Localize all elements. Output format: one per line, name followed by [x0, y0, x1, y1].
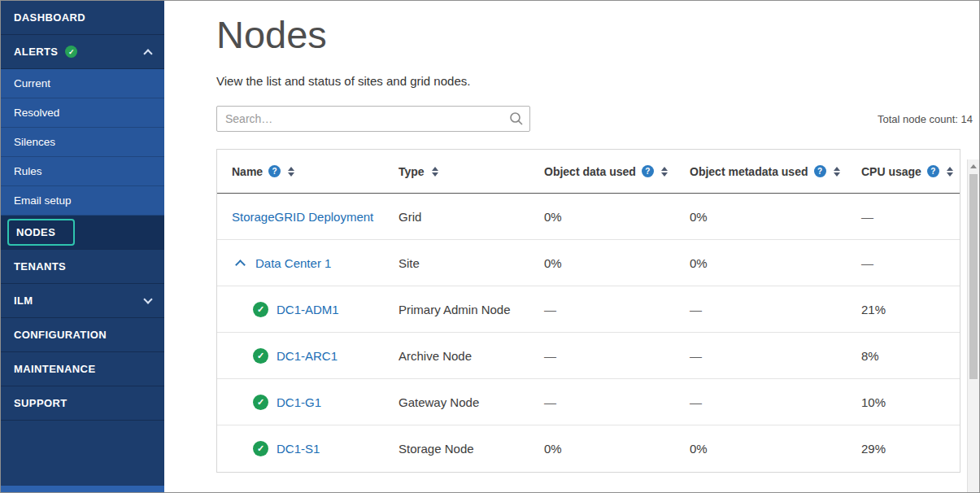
scrollbar-thumb[interactable] — [969, 174, 978, 379]
sidebar-item-alerts[interactable]: ALERTS ✓ — [1, 35, 164, 69]
sidebar-item-support[interactable]: SUPPORT — [1, 386, 164, 421]
sidebar-item-label: Resolved — [14, 107, 59, 119]
sidebar-item-label: TENANTS — [14, 260, 66, 273]
scroll-up-button[interactable] — [968, 159, 979, 172]
search-icon[interactable] — [509, 111, 524, 126]
sidebar-item-configuration[interactable]: CONFIGURATION — [1, 318, 164, 352]
alerts-check-icon: ✓ — [65, 46, 77, 58]
table-row: ✓ DC1-S1 Storage Node 0% 0% 29% — [217, 425, 960, 472]
table-row: ✓ DC1-ADM1 Primary Admin Node — — 21% — [217, 286, 960, 333]
node-link[interactable]: DC1-G1 — [277, 395, 321, 409]
object-data-used-cell: — — [529, 349, 675, 363]
help-icon[interactable]: ? — [814, 165, 826, 177]
object-data-used-cell: — — [529, 395, 675, 409]
column-label: Object data used — [544, 165, 636, 178]
sort-control[interactable] — [947, 167, 953, 177]
sort-control[interactable] — [288, 167, 294, 177]
column-header-cpu-usage: CPU usage ? — [847, 165, 960, 178]
sidebar-item-maintenance[interactable]: MAINTENANCE — [1, 352, 164, 386]
name-cell: ✓ DC1-ARC1 — [217, 348, 384, 364]
total-node-count: Total node count: 14 — [878, 113, 973, 125]
sidebar-item-label: CONFIGURATION — [14, 329, 107, 341]
status-check-icon: ✓ — [253, 395, 268, 410]
object-data-used-cell: 0% — [529, 442, 675, 456]
object-metadata-used-cell: 0% — [675, 256, 847, 270]
page-title: Nodes — [216, 12, 979, 57]
sidebar-item-silences[interactable]: Silences — [1, 128, 164, 157]
object-metadata-used-cell: — — [675, 349, 847, 363]
name-cell: StorageGRID Deployment — [217, 210, 384, 224]
sort-control[interactable] — [661, 167, 668, 177]
object-metadata-used-cell: — — [675, 395, 847, 409]
sidebar-item-label: NODES — [16, 226, 55, 238]
cpu-usage-cell: 21% — [847, 303, 960, 316]
search-input[interactable] — [216, 106, 530, 132]
object-metadata-used-cell: — — [675, 303, 847, 316]
help-icon[interactable]: ? — [927, 165, 939, 177]
sidebar-item-tenants[interactable]: TENANTS — [1, 250, 164, 284]
collapse-chevron-icon[interactable] — [235, 260, 246, 270]
status-check-icon: ✓ — [253, 348, 268, 364]
name-cell: ✓ DC1-G1 — [217, 395, 384, 410]
name-cell: Data Center 1 — [217, 256, 384, 270]
object-metadata-used-cell: 0% — [675, 442, 847, 456]
node-link[interactable]: DC1-S1 — [277, 442, 320, 456]
column-header-type: Type — [384, 165, 529, 178]
sidebar-item-label: Rules — [14, 165, 42, 177]
type-cell: Primary Admin Node — [384, 303, 529, 316]
page-subtitle: View the list and status of sites and gr… — [216, 74, 979, 88]
sidebar-item-dashboard[interactable]: DASHBOARD — [1, 1, 164, 35]
sidebar-item-ilm[interactable]: ILM — [1, 284, 164, 318]
sidebar-item-label: SUPPORT — [14, 397, 68, 409]
table-header-row: Name ? Type Object data used ? Object me… — [217, 150, 960, 194]
column-header-object-data-used: Object data used ? — [529, 165, 675, 178]
node-link[interactable]: StorageGRID Deployment — [232, 210, 373, 224]
cpu-usage-cell: 10% — [847, 395, 960, 409]
help-icon[interactable]: ? — [642, 165, 654, 177]
column-header-name: Name ? — [217, 165, 384, 178]
scroll-up-arrow-icon — [970, 164, 977, 168]
sidebar: DASHBOARD ALERTS ✓ Current Resolved Sile… — [1, 1, 164, 492]
name-cell: ✓ DC1-ADM1 — [217, 302, 384, 317]
type-cell: Site — [384, 256, 529, 270]
sidebar-item-label: Silences — [14, 136, 55, 148]
column-label: CPU usage — [861, 165, 921, 178]
nodes-table: Name ? Type Object data used ? Object me… — [216, 149, 960, 473]
sidebar-bottom-strip — [1, 486, 164, 492]
sidebar-item-current[interactable]: Current — [1, 69, 164, 98]
table-row: ✓ DC1-G1 Gateway Node — — 10% — [217, 379, 960, 425]
sidebar-item-label: Email setup — [14, 194, 72, 207]
status-check-icon: ✓ — [253, 441, 268, 456]
node-link[interactable]: Data Center 1 — [255, 256, 331, 270]
object-data-used-cell: 0% — [529, 210, 675, 224]
sidebar-item-label: DASHBOARD — [14, 11, 85, 24]
nodes-selected-outline: NODES — [7, 219, 75, 246]
table-row: Data Center 1 Site 0% 0% — — [217, 240, 960, 286]
cpu-usage-cell: — — [847, 256, 960, 270]
sort-control[interactable] — [432, 167, 438, 177]
sidebar-item-label: Current — [14, 77, 50, 89]
object-data-used-cell: 0% — [529, 256, 675, 270]
table-row: ✓ DC1-ARC1 Archive Node — — 8% — [217, 333, 960, 379]
name-cell: ✓ DC1-S1 — [217, 441, 384, 456]
object-metadata-used-cell: 0% — [675, 210, 847, 224]
sidebar-item-resolved[interactable]: Resolved — [1, 98, 164, 128]
vertical-scrollbar[interactable] — [967, 159, 979, 492]
sidebar-item-rules[interactable]: Rules — [1, 157, 164, 186]
sidebar-item-label: ILM — [14, 294, 33, 307]
node-link[interactable]: DC1-ADM1 — [277, 303, 339, 316]
type-cell: Storage Node — [384, 442, 529, 456]
sidebar-item-nodes[interactable]: NODES — [1, 216, 164, 250]
help-icon[interactable]: ? — [268, 165, 281, 177]
column-label: Object metadata used — [690, 165, 808, 178]
node-link[interactable]: DC1-ARC1 — [277, 349, 338, 363]
column-label: Name — [232, 165, 263, 178]
table-row: StorageGRID Deployment Grid 0% 0% — — [217, 194, 960, 240]
search-box — [216, 106, 530, 132]
chevron-down-icon — [143, 294, 152, 303]
type-cell: Gateway Node — [384, 395, 529, 409]
cpu-usage-cell: 8% — [847, 349, 960, 363]
status-check-icon: ✓ — [253, 302, 268, 317]
sort-control[interactable] — [834, 167, 840, 177]
sidebar-item-email-setup[interactable]: Email setup — [1, 186, 164, 216]
